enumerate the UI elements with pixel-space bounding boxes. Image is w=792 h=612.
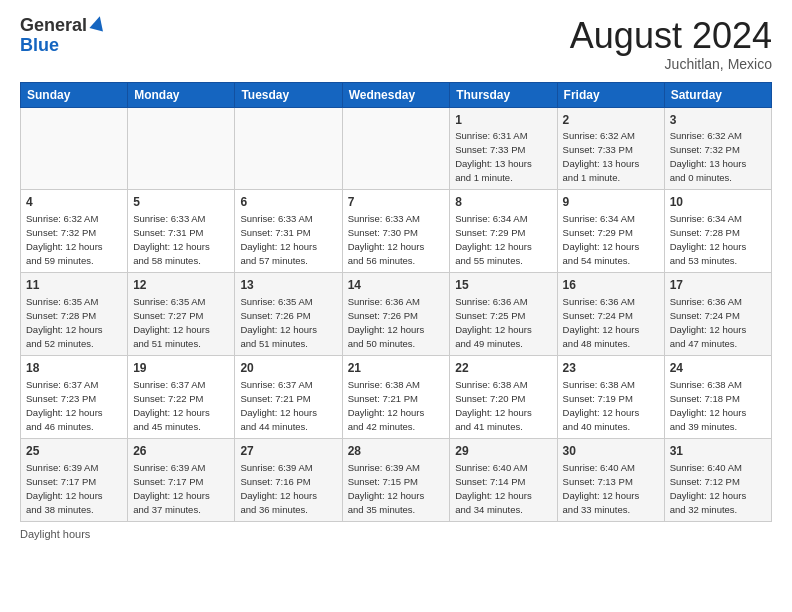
- day-info: Sunrise: 6:40 AM Sunset: 7:14 PM Dayligh…: [455, 462, 532, 515]
- day-number: 13: [240, 277, 336, 294]
- day-info: Sunrise: 6:33 AM Sunset: 7:31 PM Dayligh…: [133, 213, 210, 266]
- calendar-week-row: 1Sunrise: 6:31 AM Sunset: 7:33 PM Daylig…: [21, 107, 772, 190]
- day-info: Sunrise: 6:31 AM Sunset: 7:33 PM Dayligh…: [455, 130, 532, 183]
- calendar-cell: [342, 107, 450, 190]
- calendar-cell: 22Sunrise: 6:38 AM Sunset: 7:20 PM Dayli…: [450, 355, 557, 438]
- day-info: Sunrise: 6:40 AM Sunset: 7:12 PM Dayligh…: [670, 462, 747, 515]
- header: General Blue August 2024 Juchitlan, Mexi…: [20, 16, 772, 72]
- calendar-cell: 23Sunrise: 6:38 AM Sunset: 7:19 PM Dayli…: [557, 355, 664, 438]
- calendar-header-tuesday: Tuesday: [235, 82, 342, 107]
- calendar-cell: 24Sunrise: 6:38 AM Sunset: 7:18 PM Dayli…: [664, 355, 771, 438]
- day-number: 29: [455, 443, 551, 460]
- month-title: August 2024: [570, 16, 772, 56]
- day-info: Sunrise: 6:32 AM Sunset: 7:32 PM Dayligh…: [26, 213, 103, 266]
- calendar-header-sunday: Sunday: [21, 82, 128, 107]
- footer: Daylight hours: [20, 528, 772, 540]
- calendar-header-row: SundayMondayTuesdayWednesdayThursdayFrid…: [21, 82, 772, 107]
- calendar-cell: 1Sunrise: 6:31 AM Sunset: 7:33 PM Daylig…: [450, 107, 557, 190]
- day-info: Sunrise: 6:39 AM Sunset: 7:17 PM Dayligh…: [133, 462, 210, 515]
- calendar-cell: 7Sunrise: 6:33 AM Sunset: 7:30 PM Daylig…: [342, 190, 450, 273]
- calendar-header-monday: Monday: [128, 82, 235, 107]
- day-number: 19: [133, 360, 229, 377]
- day-number: 26: [133, 443, 229, 460]
- day-number: 15: [455, 277, 551, 294]
- day-info: Sunrise: 6:34 AM Sunset: 7:28 PM Dayligh…: [670, 213, 747, 266]
- calendar-cell: 30Sunrise: 6:40 AM Sunset: 7:13 PM Dayli…: [557, 438, 664, 521]
- calendar-cell: 16Sunrise: 6:36 AM Sunset: 7:24 PM Dayli…: [557, 273, 664, 356]
- calendar-cell: 26Sunrise: 6:39 AM Sunset: 7:17 PM Dayli…: [128, 438, 235, 521]
- day-number: 31: [670, 443, 766, 460]
- day-number: 3: [670, 112, 766, 129]
- calendar-cell: 10Sunrise: 6:34 AM Sunset: 7:28 PM Dayli…: [664, 190, 771, 273]
- calendar-cell: 31Sunrise: 6:40 AM Sunset: 7:12 PM Dayli…: [664, 438, 771, 521]
- day-info: Sunrise: 6:37 AM Sunset: 7:21 PM Dayligh…: [240, 379, 317, 432]
- day-info: Sunrise: 6:38 AM Sunset: 7:21 PM Dayligh…: [348, 379, 425, 432]
- day-info: Sunrise: 6:34 AM Sunset: 7:29 PM Dayligh…: [563, 213, 640, 266]
- logo-triangle-icon: [89, 14, 106, 31]
- calendar-week-row: 4Sunrise: 6:32 AM Sunset: 7:32 PM Daylig…: [21, 190, 772, 273]
- calendar-cell: 21Sunrise: 6:38 AM Sunset: 7:21 PM Dayli…: [342, 355, 450, 438]
- day-number: 21: [348, 360, 445, 377]
- day-info: Sunrise: 6:36 AM Sunset: 7:24 PM Dayligh…: [563, 296, 640, 349]
- day-number: 10: [670, 194, 766, 211]
- calendar-cell: 28Sunrise: 6:39 AM Sunset: 7:15 PM Dayli…: [342, 438, 450, 521]
- day-info: Sunrise: 6:40 AM Sunset: 7:13 PM Dayligh…: [563, 462, 640, 515]
- day-number: 14: [348, 277, 445, 294]
- calendar-cell: 11Sunrise: 6:35 AM Sunset: 7:28 PM Dayli…: [21, 273, 128, 356]
- calendar-week-row: 25Sunrise: 6:39 AM Sunset: 7:17 PM Dayli…: [21, 438, 772, 521]
- calendar-cell: 18Sunrise: 6:37 AM Sunset: 7:23 PM Dayli…: [21, 355, 128, 438]
- title-area: August 2024 Juchitlan, Mexico: [570, 16, 772, 72]
- calendar-cell: 8Sunrise: 6:34 AM Sunset: 7:29 PM Daylig…: [450, 190, 557, 273]
- day-number: 27: [240, 443, 336, 460]
- day-number: 25: [26, 443, 122, 460]
- day-info: Sunrise: 6:35 AM Sunset: 7:27 PM Dayligh…: [133, 296, 210, 349]
- day-number: 22: [455, 360, 551, 377]
- calendar-cell: 29Sunrise: 6:40 AM Sunset: 7:14 PM Dayli…: [450, 438, 557, 521]
- calendar-cell: 20Sunrise: 6:37 AM Sunset: 7:21 PM Dayli…: [235, 355, 342, 438]
- day-number: 5: [133, 194, 229, 211]
- day-info: Sunrise: 6:39 AM Sunset: 7:16 PM Dayligh…: [240, 462, 317, 515]
- day-number: 2: [563, 112, 659, 129]
- day-number: 6: [240, 194, 336, 211]
- logo-blue-text: Blue: [20, 36, 105, 56]
- calendar-cell: 14Sunrise: 6:36 AM Sunset: 7:26 PM Dayli…: [342, 273, 450, 356]
- day-number: 7: [348, 194, 445, 211]
- page: General Blue August 2024 Juchitlan, Mexi…: [0, 0, 792, 550]
- day-info: Sunrise: 6:36 AM Sunset: 7:26 PM Dayligh…: [348, 296, 425, 349]
- calendar-cell: 13Sunrise: 6:35 AM Sunset: 7:26 PM Dayli…: [235, 273, 342, 356]
- calendar-cell: 27Sunrise: 6:39 AM Sunset: 7:16 PM Dayli…: [235, 438, 342, 521]
- calendar-week-row: 18Sunrise: 6:37 AM Sunset: 7:23 PM Dayli…: [21, 355, 772, 438]
- calendar-cell: 19Sunrise: 6:37 AM Sunset: 7:22 PM Dayli…: [128, 355, 235, 438]
- day-number: 16: [563, 277, 659, 294]
- calendar-cell: 15Sunrise: 6:36 AM Sunset: 7:25 PM Dayli…: [450, 273, 557, 356]
- day-info: Sunrise: 6:35 AM Sunset: 7:28 PM Dayligh…: [26, 296, 103, 349]
- day-info: Sunrise: 6:39 AM Sunset: 7:15 PM Dayligh…: [348, 462, 425, 515]
- location-subtitle: Juchitlan, Mexico: [570, 56, 772, 72]
- day-number: 11: [26, 277, 122, 294]
- day-info: Sunrise: 6:36 AM Sunset: 7:25 PM Dayligh…: [455, 296, 532, 349]
- calendar-header-wednesday: Wednesday: [342, 82, 450, 107]
- day-info: Sunrise: 6:38 AM Sunset: 7:18 PM Dayligh…: [670, 379, 747, 432]
- calendar-cell: [128, 107, 235, 190]
- day-number: 17: [670, 277, 766, 294]
- logo-general-text: General: [20, 16, 87, 36]
- day-info: Sunrise: 6:37 AM Sunset: 7:22 PM Dayligh…: [133, 379, 210, 432]
- day-number: 28: [348, 443, 445, 460]
- daylight-label: Daylight hours: [20, 528, 90, 540]
- day-info: Sunrise: 6:32 AM Sunset: 7:32 PM Dayligh…: [670, 130, 747, 183]
- calendar-cell: [235, 107, 342, 190]
- day-info: Sunrise: 6:33 AM Sunset: 7:31 PM Dayligh…: [240, 213, 317, 266]
- calendar-cell: 5Sunrise: 6:33 AM Sunset: 7:31 PM Daylig…: [128, 190, 235, 273]
- calendar-header-friday: Friday: [557, 82, 664, 107]
- day-info: Sunrise: 6:34 AM Sunset: 7:29 PM Dayligh…: [455, 213, 532, 266]
- calendar-header-thursday: Thursday: [450, 82, 557, 107]
- day-info: Sunrise: 6:32 AM Sunset: 7:33 PM Dayligh…: [563, 130, 640, 183]
- day-info: Sunrise: 6:35 AM Sunset: 7:26 PM Dayligh…: [240, 296, 317, 349]
- day-info: Sunrise: 6:39 AM Sunset: 7:17 PM Dayligh…: [26, 462, 103, 515]
- calendar-cell: 17Sunrise: 6:36 AM Sunset: 7:24 PM Dayli…: [664, 273, 771, 356]
- calendar-cell: 25Sunrise: 6:39 AM Sunset: 7:17 PM Dayli…: [21, 438, 128, 521]
- day-number: 23: [563, 360, 659, 377]
- day-number: 1: [455, 112, 551, 129]
- day-info: Sunrise: 6:38 AM Sunset: 7:20 PM Dayligh…: [455, 379, 532, 432]
- calendar-cell: [21, 107, 128, 190]
